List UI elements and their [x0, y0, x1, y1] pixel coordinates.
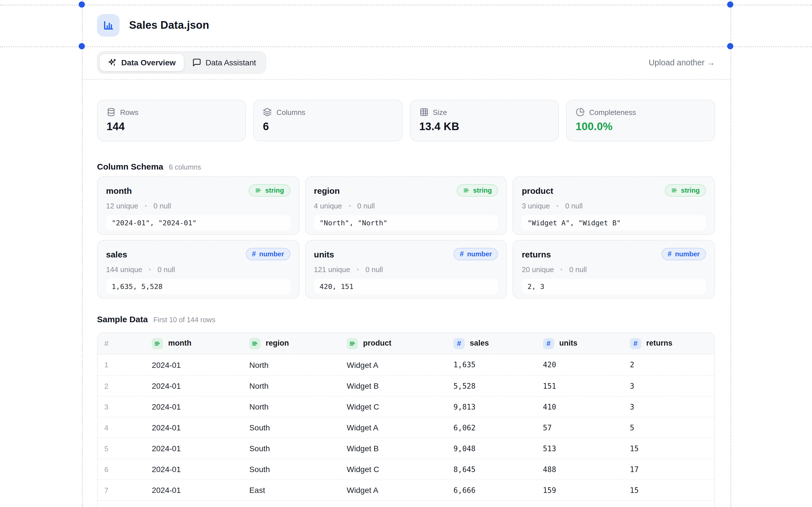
stat-label: Rows: [120, 108, 139, 116]
text-lines-icon: [463, 187, 470, 194]
schema-grid: month string 12 unique0 null "2024-01", …: [97, 176, 715, 298]
text-lines-icon: [255, 187, 262, 194]
selection-handle[interactable]: [79, 43, 85, 49]
unique-count: 20 unique: [522, 265, 554, 274]
section-title: Column Schema: [97, 162, 163, 171]
stat-card-rows: Rows 144: [97, 100, 246, 142]
type-badge-number: # number: [661, 248, 706, 260]
type-badge-string: string: [665, 184, 706, 196]
table-icon: [419, 108, 428, 117]
header-sales: #sales: [447, 333, 536, 354]
null-count: 0 null: [569, 265, 587, 274]
column-name: units: [314, 249, 334, 259]
file-title: Sales Data.json: [129, 19, 209, 32]
hash-icon: #: [668, 251, 672, 258]
table-row: 42024-01SouthWidget A6,062575: [98, 417, 714, 438]
toolbar: Data Overview Data Assistant Upload anot…: [82, 46, 730, 80]
null-count: 0 null: [153, 202, 171, 210]
sample-values: "North", "North": [314, 215, 498, 230]
column-name: month: [106, 186, 132, 195]
unique-count: 12 unique: [106, 202, 138, 210]
table-row: 22024-01NorthWidget B5,5281513: [98, 375, 714, 396]
unique-count: 4 unique: [314, 202, 342, 210]
number-type-icon: #: [630, 338, 641, 349]
header-month: month: [145, 333, 243, 354]
selection-handle[interactable]: [727, 1, 733, 8]
type-badge-number: # number: [454, 248, 498, 260]
stat-value: 100.0%: [576, 121, 706, 133]
header-index: #: [98, 333, 145, 354]
stat-value: 13.4 KB: [419, 121, 549, 133]
stat-label: Size: [433, 108, 447, 116]
hash-icon: #: [252, 251, 256, 258]
number-type-icon: #: [543, 338, 554, 349]
schema-card-region: region string 4 unique0 null "North", "N…: [305, 176, 507, 235]
string-type-icon: [249, 338, 260, 349]
schema-card-units: units # number 121 unique0 null 420, 151: [305, 240, 507, 298]
stat-card-size: Size 13.4 KB: [410, 100, 559, 142]
guide-line-right: [730, 0, 731, 507]
table-row: 12024-01NorthWidget A1,6354202: [98, 354, 714, 375]
column-name: product: [522, 186, 553, 195]
header-region: region: [243, 333, 340, 354]
type-badge-string: string: [457, 184, 498, 196]
table-row: 32024-01NorthWidget C9,8134103: [98, 396, 714, 417]
stat-label: Columns: [276, 108, 306, 116]
stat-value: 144: [107, 121, 237, 133]
canvas: Sales Data.json Data Overview: [0, 0, 812, 507]
selection-handle[interactable]: [727, 43, 733, 49]
section-subtitle: First 10 of 144 rows: [153, 316, 215, 324]
sample-data-heading: Sample Data First 10 of 144 rows: [97, 314, 715, 324]
table-row: 62024-01SouthWidget C8,64548817: [98, 459, 714, 480]
database-icon: [107, 108, 116, 117]
null-count: 0 null: [158, 265, 175, 274]
unique-count: 3 unique: [522, 202, 550, 210]
tab-group: Data Overview Data Assistant: [97, 51, 266, 74]
overview-content: Rows 144 Columns: [82, 100, 730, 507]
tab-data-overview[interactable]: Data Overview: [99, 54, 184, 71]
selection-handle[interactable]: [79, 1, 85, 8]
unique-count: 144 unique: [106, 265, 142, 274]
type-badge-string: string: [249, 184, 290, 196]
header-returns: #returns: [623, 333, 714, 354]
sample-data-table: # month region product #sales #units #re…: [97, 332, 715, 507]
header-product: product: [340, 333, 447, 354]
schema-card-month: month string 12 unique0 null "2024-01", …: [97, 176, 299, 235]
sample-values: 420, 151: [314, 279, 498, 294]
table-header-row: # month region product #sales #units #re…: [98, 333, 714, 354]
stat-label: Completeness: [589, 108, 636, 116]
stat-card-completeness: Completeness 100.0%: [566, 100, 715, 142]
tab-data-assistant[interactable]: Data Assistant: [184, 54, 264, 71]
stat-value: 6: [263, 121, 393, 133]
app-window: Sales Data.json Data Overview: [82, 4, 730, 507]
table-row: 52024-01SouthWidget B9,04851315: [98, 438, 714, 459]
column-name: region: [314, 186, 340, 195]
column-name: sales: [106, 249, 127, 259]
section-subtitle: 6 columns: [169, 163, 201, 171]
section-title: Sample Data: [97, 314, 148, 324]
sparkles-icon: [108, 58, 117, 67]
window-header: Sales Data.json: [82, 4, 730, 46]
pie-chart-icon: [576, 108, 585, 117]
string-type-icon: [152, 338, 163, 349]
schema-card-sales: sales # number 144 unique0 null 1,635, 5…: [97, 240, 299, 298]
sample-values: "2024-01", "2024-01": [106, 215, 290, 230]
bar-chart-file-icon: [97, 14, 119, 37]
column-schema-heading: Column Schema 6 columns: [97, 162, 715, 171]
column-name: returns: [522, 249, 551, 259]
string-type-icon: [347, 338, 358, 349]
type-badge-number: # number: [246, 248, 290, 260]
table-row: 82024-01EastWidget B8,64053811: [98, 500, 714, 507]
sample-values: 1,635, 5,528: [106, 279, 290, 294]
unique-count: 121 unique: [314, 265, 350, 274]
header-units: #units: [536, 333, 623, 354]
null-count: 0 null: [357, 202, 375, 210]
tab-label: Data Overview: [121, 58, 175, 67]
text-lines-icon: [671, 187, 677, 194]
upload-another-link[interactable]: Upload another →: [649, 58, 715, 67]
null-count: 0 null: [365, 265, 383, 274]
sample-values: 2, 3: [522, 279, 706, 294]
schema-card-product: product string 3 unique0 null "Widget A"…: [513, 176, 715, 235]
null-count: 0 null: [565, 202, 582, 210]
tab-label: Data Assistant: [206, 58, 256, 67]
